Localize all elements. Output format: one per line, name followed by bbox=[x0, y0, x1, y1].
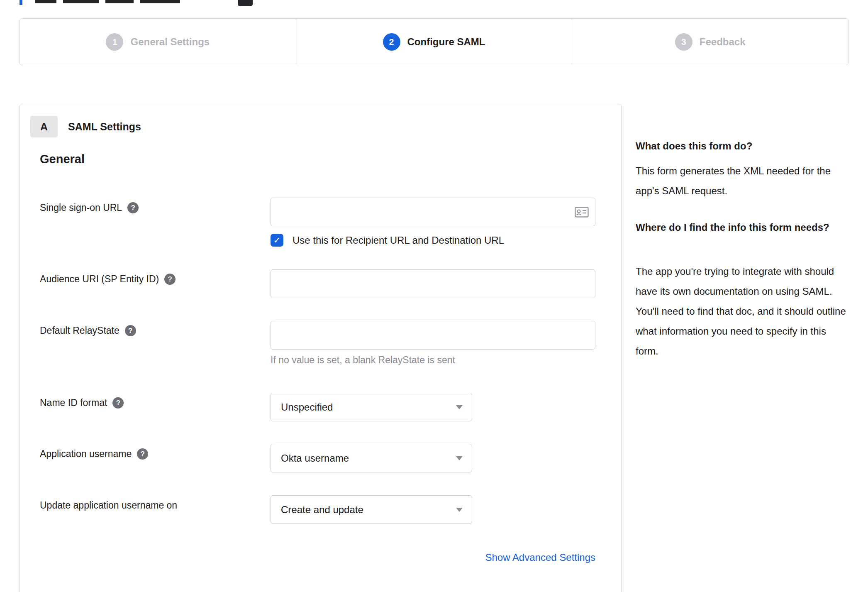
nameid-format-select[interactable]: Unspecified bbox=[271, 393, 472, 421]
sso-url-label: Single sign-on URL bbox=[40, 202, 122, 213]
relaystate-helper-text: If no value is set, a blank RelayState i… bbox=[271, 355, 455, 366]
help-icon[interactable]: ? bbox=[127, 202, 139, 213]
help-icon[interactable]: ? bbox=[137, 448, 148, 460]
help-sidebar: What does this form do? This form genera… bbox=[636, 138, 850, 511]
saml-settings-panel: A SAML Settings General Single sign-on U… bbox=[20, 104, 622, 592]
section-a-badge: A bbox=[30, 116, 58, 137]
wizard-stepper: 1 General Settings 2 Configure SAML 3 Fe… bbox=[20, 18, 848, 65]
clipped-text-fragment bbox=[63, 0, 99, 3]
step-2-label: Configure SAML bbox=[407, 36, 485, 48]
help-icon[interactable]: ? bbox=[125, 325, 136, 336]
help-question-1: What does this form do? bbox=[636, 138, 752, 154]
app-username-label-row: Application username ? bbox=[40, 448, 148, 460]
clipped-text-fragment bbox=[140, 0, 180, 3]
contact-card-icon[interactable] bbox=[575, 207, 589, 218]
update-username-select[interactable]: Create and update bbox=[271, 495, 472, 524]
use-for-recipient-destination-checkbox[interactable] bbox=[271, 234, 283, 247]
audience-uri-input[interactable] bbox=[271, 269, 595, 298]
help-icon[interactable]: ? bbox=[112, 397, 124, 409]
step-configure-saml[interactable]: 2 Configure SAML bbox=[296, 19, 572, 65]
panel-title: SAML Settings bbox=[68, 121, 141, 133]
page: 1 General Settings 2 Configure SAML 3 Fe… bbox=[0, 0, 868, 592]
step-general-settings[interactable]: 1 General Settings bbox=[20, 19, 296, 65]
help-icon[interactable]: ? bbox=[164, 274, 176, 285]
sso-url-input[interactable] bbox=[271, 198, 595, 226]
clipped-cursor-fragment bbox=[20, 0, 22, 5]
app-username-selected-value: Okta username bbox=[281, 453, 349, 464]
help-question-2: Where do I find the info this form needs… bbox=[636, 219, 829, 236]
help-answer-1: This form generates the XML needed for t… bbox=[636, 161, 850, 201]
clipped-logo-fragment bbox=[238, 0, 253, 6]
step-3-label: Feedback bbox=[700, 36, 746, 48]
relaystate-label: Default RelayState bbox=[40, 325, 119, 336]
show-advanced-settings-link[interactable]: Show Advanced Settings bbox=[271, 552, 595, 563]
nameid-format-label-row: Name ID format ? bbox=[40, 397, 124, 409]
relaystate-input[interactable] bbox=[271, 321, 595, 350]
clipped-text-fragment bbox=[105, 0, 134, 3]
step-1-number-badge: 1 bbox=[106, 33, 123, 51]
update-username-selected-value: Create and update bbox=[281, 504, 363, 516]
app-username-label: Application username bbox=[40, 448, 132, 460]
app-username-select[interactable]: Okta username bbox=[271, 444, 472, 472]
chevron-down-icon bbox=[456, 456, 463, 460]
help-answer-2: The app you're trying to integrate with … bbox=[636, 262, 850, 361]
step-2-number-badge: 2 bbox=[383, 33, 400, 51]
clipped-text-fragment bbox=[35, 0, 56, 3]
nameid-format-selected-value: Unspecified bbox=[281, 401, 333, 413]
step-3-number-badge: 3 bbox=[675, 33, 692, 51]
sso-checkbox-row: Use this for Recipient URL and Destinati… bbox=[271, 234, 504, 247]
step-feedback[interactable]: 3 Feedback bbox=[572, 19, 848, 65]
relaystate-label-row: Default RelayState ? bbox=[40, 325, 136, 336]
chevron-down-icon bbox=[456, 405, 463, 409]
update-username-label-row: Update application username on bbox=[40, 500, 177, 511]
sso-url-label-row: Single sign-on URL ? bbox=[40, 202, 139, 213]
general-section-heading: General bbox=[40, 152, 85, 166]
use-for-recipient-destination-label: Use this for Recipient URL and Destinati… bbox=[293, 235, 504, 246]
audience-uri-label: Audience URI (SP Entity ID) bbox=[40, 274, 159, 285]
sso-url-input-wrap bbox=[271, 198, 595, 226]
nameid-format-label: Name ID format bbox=[40, 397, 107, 409]
chevron-down-icon bbox=[456, 508, 463, 512]
audience-uri-label-row: Audience URI (SP Entity ID) ? bbox=[40, 274, 176, 285]
step-1-label: General Settings bbox=[130, 36, 210, 48]
update-username-label: Update application username on bbox=[40, 500, 177, 511]
